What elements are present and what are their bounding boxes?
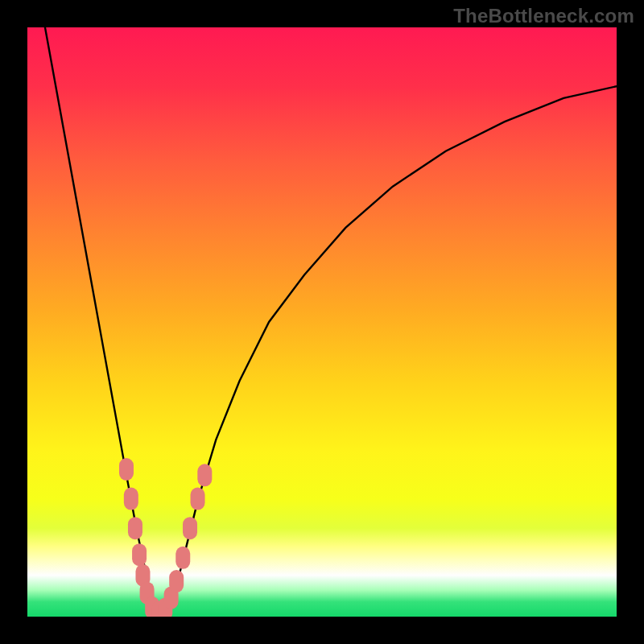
highlight-marker — [191, 488, 205, 510]
bottleneck-chart — [27, 27, 617, 617]
highlight-marker — [183, 517, 197, 539]
highlight-marker — [119, 458, 134, 481]
highlight-marker — [124, 488, 138, 510]
gradient-background — [27, 27, 617, 617]
highlight-marker — [175, 547, 190, 569]
chart-frame: TheBottleneck.com — [0, 0, 644, 644]
watermark-text: TheBottleneck.com — [453, 5, 634, 27]
highlight-marker — [132, 543, 147, 566]
highlight-marker — [169, 570, 184, 592]
plot-area — [27, 27, 617, 617]
highlight-marker — [197, 464, 212, 486]
highlight-marker — [128, 517, 142, 539]
